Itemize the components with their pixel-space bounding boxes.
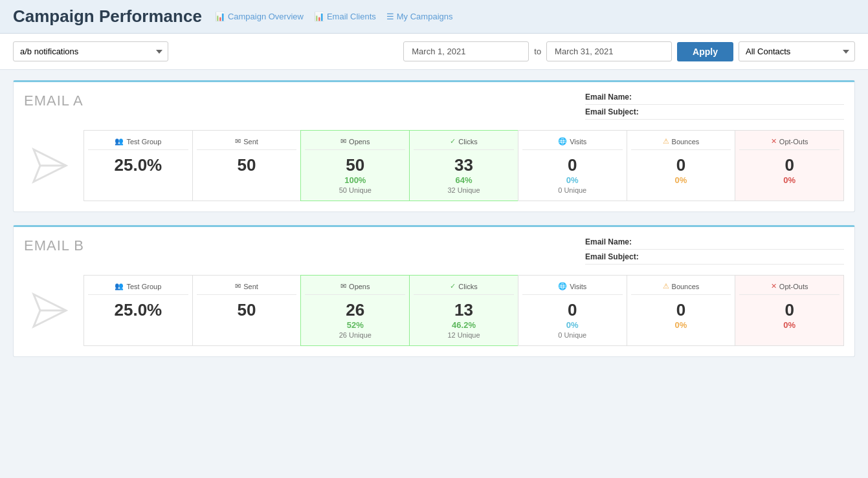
- email-a-label: EMAIL A: [24, 92, 83, 109]
- email-a-opens-card: ✉ Opens 50 100% 50 Unique: [300, 130, 409, 201]
- email-a-visits-header: 🌐 Visits: [522, 137, 623, 150]
- email-a-header: EMAIL A Email Name: Email Subject:: [24, 92, 844, 120]
- email-b-opens-pct: 52%: [305, 320, 405, 330]
- email-b-optouts-header: ✕ Opt-Outs: [739, 282, 840, 295]
- email-a-sent-value: 50: [197, 155, 297, 175]
- header-nav: 📊 Campaign Overview 📊 Email Clients ☰ My…: [215, 12, 453, 21]
- globe-icon-b: 🌐: [558, 282, 567, 290]
- email-b-clicks-pct: 46.2%: [414, 320, 514, 330]
- email-b-opens-value: 26: [305, 300, 405, 320]
- contacts-select[interactable]: All ContactsSegment 1Segment 2: [739, 41, 855, 61]
- times-icon-b: ✕: [771, 282, 777, 290]
- envelope-icon: ✉: [235, 137, 241, 146]
- users-icon-b: 👥: [115, 282, 124, 290]
- envelope-open-icon: ✉: [340, 137, 346, 146]
- email-b-test-group-card: 👥 Test Group 25.0%: [83, 275, 192, 346]
- email-a-visits-pct: 0%: [522, 175, 623, 185]
- nav-email-clients[interactable]: 📊 Email Clients: [314, 12, 376, 21]
- email-b-bounces-card: ⚠ Bounces 0 0%: [627, 275, 735, 346]
- email-a-visits-value: 0: [522, 155, 623, 175]
- email-a-visits-card: 🌐 Visits 0 0% 0 Unique: [518, 130, 627, 201]
- nav-my-campaigns[interactable]: ☰ My Campaigns: [386, 12, 453, 21]
- email-b-icon: [24, 285, 76, 336]
- email-b-clicks-value: 13: [414, 300, 514, 320]
- times-icon: ✕: [771, 137, 777, 146]
- bar-chart-icon: 📊: [215, 12, 225, 21]
- email-b-bounces-pct: 0%: [631, 320, 731, 330]
- email-b-opens-header: ✉ Opens: [305, 282, 405, 295]
- email-b-subject-label: Email Subject:: [585, 252, 639, 261]
- email-a-test-group-header: 👥 Test Group: [88, 137, 188, 150]
- page-title: Campaign Performance: [13, 6, 202, 27]
- email-a-subject-row: Email Subject:: [585, 107, 844, 120]
- email-a-optouts-pct: 0%: [739, 175, 840, 185]
- email-b-name-row: Email Name:: [585, 237, 844, 250]
- email-a-clicks-header: ✓ Clicks: [414, 137, 514, 150]
- list-icon: ☰: [386, 12, 394, 21]
- toolbar: a/b notifications to Apply All ContactsS…: [0, 34, 868, 70]
- nav-campaign-overview[interactable]: 📊 Campaign Overview: [215, 12, 304, 21]
- date-range-container: to Apply All ContactsSegment 1Segment 2: [403, 41, 855, 61]
- email-a-clicks-unique: 32 Unique: [414, 186, 514, 194]
- email-a-opens-pct: 100%: [305, 175, 405, 185]
- email-a-meta: Email Name: Email Subject:: [585, 92, 844, 120]
- email-b-opens-unique: 26 Unique: [305, 331, 405, 339]
- campaign-select[interactable]: a/b notifications: [13, 41, 168, 61]
- email-a-sent-header: ✉ Sent: [197, 137, 297, 150]
- email-a-icon: [24, 140, 76, 191]
- email-b-visits-pct: 0%: [522, 320, 623, 330]
- email-b-visits-header: 🌐 Visits: [522, 282, 623, 295]
- email-a-name-row: Email Name:: [585, 92, 844, 105]
- check-icon: ✓: [450, 137, 456, 146]
- email-b-label: EMAIL B: [24, 237, 84, 254]
- email-a-body: 👥 Test Group 25.0% ✉ Sent 50 ✉: [24, 130, 844, 201]
- email-b-sent-card: ✉ Sent 50: [192, 275, 301, 346]
- email-b-clicks-unique: 12 Unique: [414, 331, 514, 339]
- email-b-visits-value: 0: [522, 300, 623, 320]
- email-a-sent-card: ✉ Sent 50: [192, 130, 301, 201]
- email-b-body: 👥 Test Group 25.0% ✉ Sent 50 ✉: [24, 275, 844, 346]
- globe-icon: 🌐: [558, 137, 567, 146]
- email-b-bounces-value: 0: [631, 300, 731, 320]
- email-b-header: EMAIL B Email Name: Email Subject:: [24, 237, 844, 265]
- users-icon: 👥: [115, 137, 124, 146]
- email-b-visits-unique: 0 Unique: [522, 331, 623, 339]
- email-b-clicks-card: ✓ Clicks 13 46.2% 12 Unique: [409, 275, 518, 346]
- envelope-open-icon-b: ✉: [340, 282, 346, 290]
- email-a-optouts-value: 0: [739, 155, 840, 175]
- email-a-opens-value: 50: [305, 155, 405, 175]
- email-b-opens-card: ✉ Opens 26 52% 26 Unique: [300, 275, 409, 346]
- check-icon-b: ✓: [450, 282, 456, 290]
- email-b-visits-card: 🌐 Visits 0 0% 0 Unique: [518, 275, 627, 346]
- email-a-subject-label: Email Subject:: [585, 107, 639, 116]
- email-b-section: EMAIL B Email Name: Email Subject:: [13, 225, 855, 357]
- email-b-clicks-header: ✓ Clicks: [414, 282, 514, 295]
- email-a-opens-header: ✉ Opens: [305, 137, 405, 150]
- email-a-name-label: Email Name:: [585, 92, 632, 102]
- email-b-stats-grid: 👥 Test Group 25.0% ✉ Sent 50 ✉: [83, 275, 844, 346]
- email-a-bounces-pct: 0%: [631, 175, 731, 185]
- warning-icon-b: ⚠: [663, 282, 669, 290]
- email-a-clicks-pct: 64%: [414, 175, 514, 185]
- email-a-clicks-card: ✓ Clicks 33 64% 32 Unique: [409, 130, 518, 201]
- email-a-optouts-card: ✕ Opt-Outs 0 0%: [735, 130, 844, 201]
- email-a-clicks-value: 33: [414, 155, 514, 175]
- send-icon-a: [30, 146, 69, 185]
- email-b-optouts-card: ✕ Opt-Outs 0 0%: [735, 275, 844, 346]
- email-a-optouts-header: ✕ Opt-Outs: [739, 137, 840, 150]
- email-a-test-group-value: 25.0%: [88, 155, 188, 175]
- date-from-input[interactable]: [403, 41, 529, 61]
- email-b-sent-header: ✉ Sent: [197, 282, 297, 295]
- email-b-subject-row: Email Subject:: [585, 252, 844, 265]
- email-a-stats-grid: 👥 Test Group 25.0% ✉ Sent 50 ✉: [83, 130, 844, 201]
- email-a-section: EMAIL A Email Name: Email Subject:: [13, 80, 855, 212]
- main-content: EMAIL A Email Name: Email Subject:: [0, 70, 868, 380]
- bar-chart-icon-2: 📊: [314, 12, 324, 21]
- email-a-opens-unique: 50 Unique: [305, 186, 405, 194]
- warning-icon: ⚠: [663, 137, 669, 146]
- email-a-test-group-card: 👥 Test Group 25.0%: [83, 130, 192, 201]
- app-header: Campaign Performance 📊 Campaign Overview…: [0, 0, 868, 34]
- date-to-input[interactable]: [546, 41, 672, 61]
- date-separator: to: [534, 47, 541, 56]
- apply-button[interactable]: Apply: [677, 42, 733, 61]
